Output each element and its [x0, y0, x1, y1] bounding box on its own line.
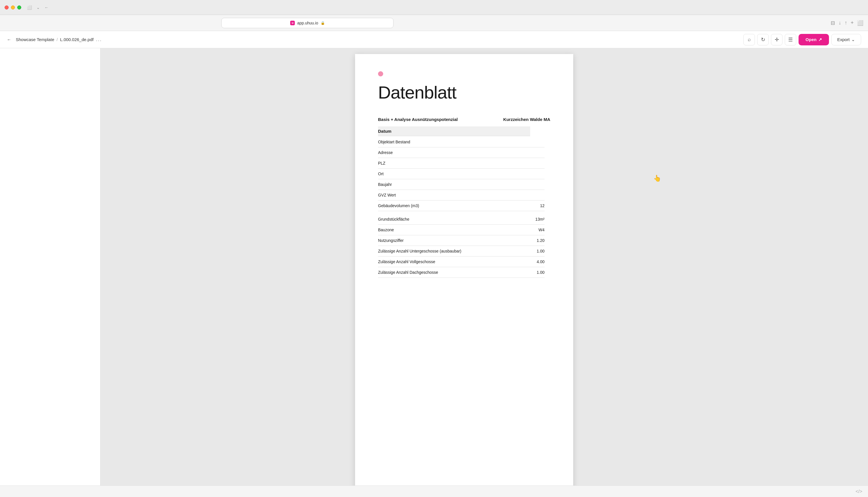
chevron-down-icon[interactable]: ⌄	[36, 5, 40, 10]
open-button[interactable]: Open ↗	[798, 34, 829, 45]
traffic-lights	[4, 5, 21, 10]
row-spacer	[378, 211, 550, 214]
table-row: Zulässige Anzahl Vollgeschosse 4.00	[378, 257, 545, 267]
table-row: Gebäudevolumen (m3) 12	[378, 200, 545, 211]
table-row: Bauzone W4	[378, 225, 545, 235]
toolbar-icons: ⌕ ↻ ✛ ☰ Open ↗ Export ⌄	[744, 34, 861, 45]
refresh-icon: ↻	[761, 37, 765, 43]
refresh-button[interactable]: ↻	[757, 34, 769, 45]
row-label-7: Grundstückfläche	[378, 217, 409, 222]
row-label-6: Gebäudevolumen (m3)	[378, 203, 419, 208]
table-row: Nutzungsziffer 1.20	[378, 235, 545, 246]
row-label-1: Adresse	[378, 150, 393, 155]
row-value-6: 12	[540, 203, 545, 208]
open-arrow-icon: ↗	[818, 37, 822, 42]
row-value-10: 1.00	[537, 249, 545, 253]
table-row: GVZ Wert	[378, 190, 545, 200]
pdf-header-row: Basis + Analyse Ausnützungspotenzial Kur…	[378, 117, 550, 124]
minimize-button[interactable]	[11, 5, 15, 10]
browser-toolbar: u app.uhuu.io 🔒 ⊟ ↓ ↑ + ⬜	[0, 15, 868, 31]
row-label-4: Baujahr	[378, 182, 392, 187]
table-row: Objektart Bestand	[378, 137, 545, 147]
close-button[interactable]	[4, 5, 9, 10]
row-value-11: 4.00	[537, 259, 545, 264]
row-label-3: Ort	[378, 171, 383, 176]
pdf-viewer[interactable]: Datenblatt Basis + Analyse Ausnützungspo…	[101, 48, 828, 497]
row-label-0: Objektart Bestand	[378, 140, 410, 144]
browser-toolbar-right: ⊟ ↓ ↑ + ⬜	[831, 20, 864, 26]
settings-button[interactable]: ☰	[785, 34, 796, 45]
breadcrumb-sep-1: /	[57, 37, 58, 42]
back-arrow-icon: ←	[7, 37, 11, 42]
pdf-section-header: Datum	[378, 126, 530, 136]
nav-bar: ← Showcase Template / L.000.026_de.pdf .…	[0, 31, 868, 48]
row-label-8: Bauzone	[378, 228, 394, 232]
right-panel	[828, 48, 868, 497]
left-sidebar	[0, 48, 101, 497]
table-row: Baujahr	[378, 179, 545, 190]
main-content: Datenblatt Basis + Analyse Ausnützungspo…	[0, 48, 868, 497]
open-label: Open	[806, 37, 816, 42]
export-chevron-icon: ⌄	[851, 37, 855, 42]
row-label-12: Zulässige Anzahl Dachgeschosse	[378, 270, 438, 275]
settings-icon: ☰	[788, 37, 793, 43]
row-label-10: Zulässige Anzahl Untergeschosse (ausbaub…	[378, 249, 461, 253]
export-label: Export	[837, 37, 850, 42]
pdf-title: Datenblatt	[378, 82, 550, 102]
pdf-dot-decoration	[378, 71, 383, 76]
address-bar[interactable]: u app.uhuu.io 🔒	[221, 18, 394, 28]
table-row: Adresse	[378, 147, 545, 158]
breadcrumb-more[interactable]: ...	[96, 37, 102, 43]
download-icon[interactable]: ↓	[838, 20, 841, 26]
pdf-header-right: Kurzzeichen Walde MA	[503, 117, 550, 122]
window-chrome: ⬜ ⌄ ←	[0, 0, 868, 15]
row-value-8: W4	[539, 228, 545, 232]
table-row: PLZ	[378, 158, 545, 169]
row-value-12: 1.00	[537, 270, 545, 275]
table-row: Grundstückfläche 13m²	[378, 214, 545, 225]
search-button[interactable]: ⌕	[744, 34, 755, 45]
cursor-tool-button[interactable]: ✛	[771, 34, 782, 45]
table-row: Ort	[378, 169, 545, 179]
cursor-tool-icon: ✛	[775, 37, 779, 43]
table-row: Zulässige Anzahl Untergeschosse (ausbaub…	[378, 246, 545, 257]
new-tab-icon[interactable]: +	[851, 20, 854, 26]
back-button[interactable]: ←	[7, 37, 11, 42]
table-row: Zulässige Anzahl Dachgeschosse 1.00	[378, 267, 545, 278]
sidebar-icon[interactable]: ⬜	[857, 20, 864, 26]
row-label-9: Nutzungsziffer	[378, 238, 403, 243]
pdf-rows: Objektart Bestand Adresse PLZ Ort Baujah…	[378, 137, 550, 278]
pdf-document: Datenblatt Basis + Analyse Ausnützungspo…	[355, 54, 573, 491]
address-text: app.uhuu.io	[297, 21, 318, 25]
reader-mode-icon[interactable]: ⊟	[831, 20, 835, 26]
breadcrumb-file[interactable]: L.000.026_de.pdf	[60, 37, 93, 42]
code-icon: </>	[856, 489, 862, 494]
sidebar-toggle-icon[interactable]: ⬜	[27, 5, 32, 10]
row-value-7: 13m²	[535, 217, 545, 222]
row-value-9: 1.20	[537, 238, 545, 243]
site-favicon: u	[290, 21, 295, 25]
row-label-11: Zulässige Anzahl Vollgeschosse	[378, 259, 435, 264]
export-button[interactable]: Export ⌄	[831, 34, 861, 45]
lock-icon: 🔒	[321, 21, 325, 25]
pdf-header-left: Basis + Analyse Ausnützungspotenzial	[378, 117, 458, 122]
share-icon[interactable]: ↑	[844, 20, 847, 26]
breadcrumb: Showcase Template / L.000.026_de.pdf ...	[16, 37, 102, 43]
back-nav-icon[interactable]: ←	[44, 5, 48, 10]
fullscreen-button[interactable]	[17, 5, 21, 10]
row-label-5: GVZ Wert	[378, 193, 396, 197]
window-controls: ⬜ ⌄ ←	[27, 5, 48, 10]
row-label-2: PLZ	[378, 161, 385, 166]
breadcrumb-home[interactable]: Showcase Template	[16, 37, 54, 42]
search-icon: ⌕	[748, 37, 751, 43]
bottom-bar: </>	[0, 485, 868, 497]
